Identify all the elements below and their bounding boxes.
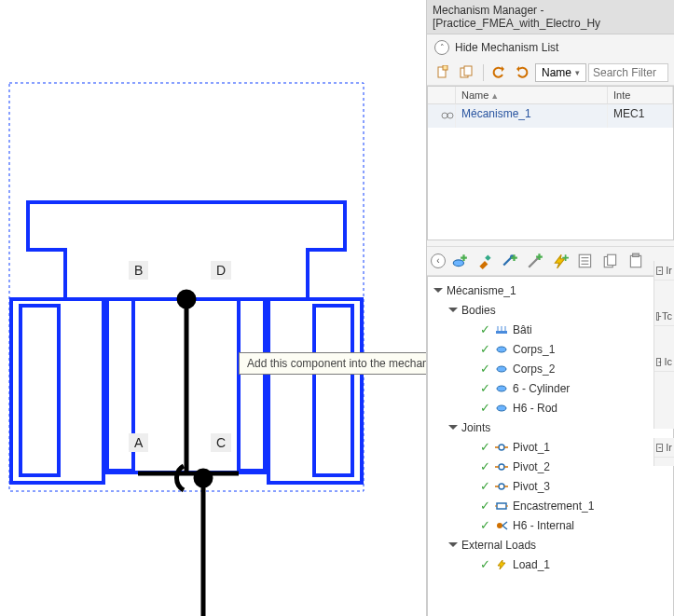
tree-item[interactable]: ✓ Load_1	[428, 554, 673, 574]
doc-dup-icon	[460, 65, 475, 80]
search-input[interactable]	[588, 63, 668, 82]
mechanism-tree[interactable]: Mécanisme_1 Bodies ✓ Bâti ✓ Corps_1	[427, 276, 674, 616]
body-icon	[494, 402, 509, 415]
tree-item[interactable]: ✓ Encastrement_1	[428, 496, 673, 515]
expand-icon[interactable]	[448, 306, 458, 315]
toolbar-btn-redo[interactable]	[512, 62, 533, 83]
tree-group-joints[interactable]: Joints	[428, 418, 673, 437]
list-toolbar: Name ▾	[427, 61, 674, 86]
tree-item[interactable]: ✓ Bâti	[428, 320, 673, 339]
svg-rect-4	[239, 299, 265, 471]
schematic-svg	[0, 0, 426, 616]
grid-row-code: MEC1	[608, 104, 673, 128]
check-icon: ✓	[480, 362, 490, 376]
check-icon: ✓	[480, 322, 490, 336]
tree-item[interactable]: ✓ Corps_2	[428, 359, 673, 378]
tree-btn-brush[interactable]	[474, 251, 496, 271]
tree-item[interactable]: ✓ Corps_1	[428, 339, 673, 359]
side-item[interactable]: Ic	[654, 352, 674, 372]
tree-btn-wand[interactable]	[524, 251, 546, 271]
chevron-up-icon: ˄	[434, 40, 449, 55]
grid-col-check[interactable]	[428, 87, 456, 104]
svg-rect-29	[633, 253, 640, 256]
grid-col-code[interactable]: Inte	[608, 87, 673, 104]
svg-point-37	[497, 405, 506, 411]
tree-root[interactable]: Mécanisme_1	[428, 281, 673, 300]
doc-plus-icon	[436, 65, 451, 80]
copy-icon	[602, 253, 619, 269]
tree-item[interactable]: ✓ Pivot_2	[428, 457, 673, 476]
check-icon: ✓	[480, 557, 490, 571]
frame-icon	[494, 323, 509, 336]
load-icon	[494, 558, 509, 571]
pivot-icon	[494, 441, 509, 454]
svg-rect-20	[485, 254, 490, 260]
minus-box-icon	[656, 444, 663, 452]
internal-joint-icon	[494, 519, 509, 532]
svg-point-19	[453, 260, 463, 267]
fix-icon	[494, 500, 509, 513]
check-icon: ✓	[480, 479, 490, 493]
minus-box-icon	[656, 267, 663, 275]
tree-item[interactable]: ✓ 6 - Cylinder	[428, 378, 673, 398]
toolbar-btn-undo[interactable]	[488, 62, 509, 83]
hide-label: Hide Mechanism List	[455, 41, 558, 54]
paste-icon	[627, 253, 644, 269]
svg-rect-47	[497, 503, 506, 509]
check-icon: ✓	[480, 381, 490, 395]
tree-btn-paste[interactable]	[625, 251, 647, 271]
svg-point-18	[447, 113, 453, 118]
toolbar-btn-new2[interactable]	[456, 62, 477, 83]
tree-collapse-toggle[interactable]: ‹	[431, 253, 446, 268]
tree-btn-load[interactable]	[549, 251, 571, 271]
canvas-area[interactable]: B D A C Add this component into the mech…	[0, 0, 426, 616]
svg-point-41	[499, 464, 504, 470]
tree-btn-joint[interactable]	[499, 251, 521, 271]
chevron-down-icon: ▾	[575, 68, 580, 77]
tree-item[interactable]: ✓ Pivot_1	[428, 437, 673, 457]
form-icon	[577, 253, 594, 269]
svg-rect-30	[496, 331, 507, 334]
side-item[interactable]: Tc	[654, 307, 674, 326]
grid-row-toggle[interactable]	[428, 104, 456, 128]
tree-item[interactable]: ✓ H6 - Rod	[428, 398, 673, 418]
check-icon: ✓	[480, 499, 490, 513]
svg-rect-16	[464, 66, 472, 75]
side-item[interactable]: Ir	[654, 261, 674, 281]
expand-icon[interactable]	[448, 541, 458, 550]
tree-group-bodies[interactable]: Bodies	[428, 300, 673, 320]
expand-icon[interactable]	[433, 286, 443, 295]
tree-group-loads[interactable]: External Loads	[428, 535, 673, 554]
panel-title: Mechanism Manager - [Practice_FMEA_with_…	[427, 0, 674, 34]
svg-rect-14	[443, 65, 447, 70]
load-add-icon	[552, 253, 569, 269]
tree-item[interactable]: ✓ H6 - Internal	[428, 515, 673, 535]
pivot-icon	[494, 480, 509, 493]
grid-row[interactable]: Mécanisme_1 MEC1	[428, 104, 673, 128]
svg-point-44	[499, 484, 504, 489]
brush-icon	[476, 253, 493, 269]
check-icon: ✓	[480, 342, 490, 356]
sort-field-dropdown[interactable]: Name ▾	[535, 63, 586, 82]
side-item[interactable]: Ir	[654, 438, 674, 458]
tree-item[interactable]: ✓ Pivot_3	[428, 476, 673, 496]
hide-mechanism-list-toggle[interactable]: ˄ Hide Mechanism List	[427, 34, 674, 61]
grid-col-name[interactable]: Name▲	[456, 87, 608, 104]
expand-icon[interactable]	[448, 423, 458, 432]
grid-header: Name▲ Inte	[428, 87, 673, 104]
check-icon: ✓	[480, 401, 490, 415]
svg-point-50	[497, 523, 502, 528]
pivot-icon	[494, 460, 509, 473]
toolbar-btn-new1[interactable]	[433, 62, 454, 83]
tree-btn-copy[interactable]	[599, 251, 622, 271]
grid-row-name: Mécanisme_1	[456, 104, 608, 128]
undo-icon	[492, 66, 505, 79]
svg-point-6	[179, 292, 194, 307]
tree-btn-add-body[interactable]	[448, 251, 471, 271]
svg-point-34	[497, 347, 506, 352]
check-icon: ✓	[480, 459, 490, 473]
tree-btn-form[interactable]	[574, 251, 597, 271]
side-strip: Ir	[653, 438, 674, 466]
wand-icon	[527, 253, 543, 269]
svg-rect-1	[21, 306, 59, 475]
